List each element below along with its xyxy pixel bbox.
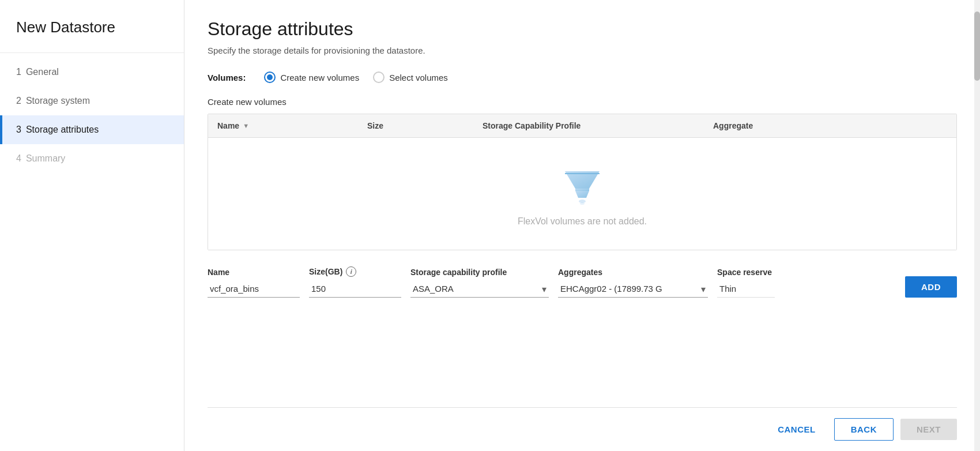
svg-marker-2: [575, 191, 589, 198]
table-header: Name ▼ Size Storage Capability Profile A…: [208, 114, 956, 138]
empty-state-text: FlexVol volumes are not added.: [518, 216, 647, 227]
form-label-storage-profile: Storage capability profile: [410, 268, 549, 277]
sidebar-title: New Datastore: [0, 0, 184, 53]
storage-profile-select[interactable]: ASA_ORA: [410, 280, 549, 298]
form-label-aggregates: Aggregates: [558, 268, 708, 277]
radio-select-label: Select volumes: [389, 73, 448, 82]
sidebar-item-label-summary: Summary: [26, 153, 65, 164]
next-button: NEXT: [900, 419, 957, 440]
form-field-size: Size(GB) i: [309, 266, 401, 298]
size-input[interactable]: [309, 280, 401, 298]
name-input[interactable]: [208, 280, 300, 298]
radio-group: Create new volumes Select volumes: [264, 72, 447, 83]
form-field-space-reserve: Space reserve Thin: [717, 268, 775, 298]
sidebar-item-label-general: General: [26, 67, 59, 77]
sidebar-item-storage-attributes[interactable]: 3 Storage attributes: [0, 115, 184, 144]
volumes-label: Volumes:: [208, 73, 246, 82]
sidebar-item-label-storage-attributes: Storage attributes: [26, 125, 99, 135]
sidebar-nav: 1 General 2 Storage system 3 Storage att…: [0, 58, 184, 173]
form-field-aggregates: Aggregates: [558, 268, 708, 298]
add-button[interactable]: ADD: [905, 276, 957, 298]
page-subtitle: Specify the storage details for provisio…: [208, 46, 957, 55]
table-header-aggregate: Aggregate: [704, 114, 956, 137]
sidebar: New Datastore 1 General 2 Storage system…: [0, 0, 184, 451]
table-header-name: Name ▼: [208, 114, 358, 137]
form-field-storage-profile: Storage capability profile ASA_ORA: [410, 268, 549, 298]
table-header-storage-capability-profile: Storage Capability Profile: [473, 114, 704, 137]
table-header-size: Size: [358, 114, 473, 137]
filter-icon[interactable]: ▼: [243, 122, 249, 129]
step-num-1: 1: [16, 67, 21, 77]
form-label-size: Size(GB) i: [309, 266, 401, 277]
sidebar-item-general[interactable]: 1 General: [0, 58, 184, 87]
form-label-space-reserve: Space reserve: [717, 268, 775, 277]
step-num-3: 3: [16, 125, 21, 135]
add-volume-form: Name Size(GB) i Storage capability profi…: [208, 266, 957, 298]
radio-select-circle: [373, 72, 385, 83]
volumes-table: Name ▼ Size Storage Capability Profile A…: [208, 114, 957, 250]
aggregates-input[interactable]: [558, 280, 708, 298]
sidebar-item-label-storage-system: Storage system: [26, 96, 90, 106]
scrollbar-thumb[interactable]: [974, 12, 980, 81]
main-content: Storage attributes Specify the storage d…: [184, 0, 980, 451]
funnel-icon: [559, 161, 605, 207]
scrollbar-track: [974, 0, 980, 451]
page-title: Storage attributes: [208, 18, 957, 40]
radio-create-new[interactable]: Create new volumes: [264, 72, 359, 83]
footer: CANCEL BACK NEXT: [208, 407, 957, 451]
empty-state: FlexVol volumes are not added.: [208, 138, 956, 250]
svg-point-5: [580, 202, 585, 205]
radio-create-new-circle: [264, 72, 276, 83]
svg-rect-1: [575, 189, 589, 191]
sidebar-item-summary: 4 Summary: [0, 144, 184, 173]
volumes-section: Volumes: Create new volumes Select volum…: [208, 72, 957, 83]
radio-select-volumes[interactable]: Select volumes: [373, 72, 448, 83]
space-reserve-value: Thin: [717, 280, 775, 298]
form-label-name: Name: [208, 268, 300, 277]
create-new-volumes-label: Create new volumes: [208, 97, 957, 107]
radio-create-new-label: Create new volumes: [280, 73, 359, 82]
form-field-name: Name: [208, 268, 300, 298]
step-num-4: 4: [16, 153, 21, 164]
info-icon[interactable]: i: [346, 266, 356, 277]
cancel-button[interactable]: CANCEL: [766, 419, 827, 440]
storage-profile-select-wrapper: ASA_ORA: [410, 280, 549, 298]
aggregates-wrapper: [558, 280, 708, 298]
sidebar-item-storage-system[interactable]: 2 Storage system: [0, 87, 184, 115]
step-num-2: 2: [16, 96, 21, 106]
back-button[interactable]: BACK: [834, 418, 894, 441]
